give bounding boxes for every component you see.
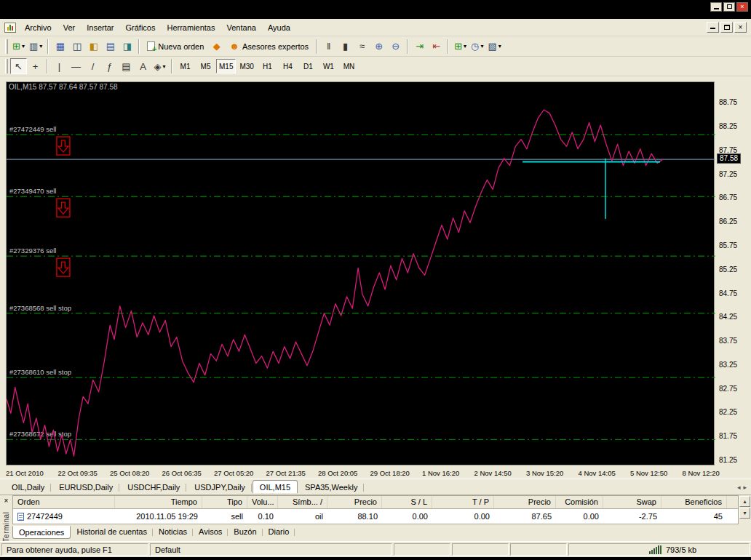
- chart-minimize-button[interactable]: [707, 22, 719, 33]
- price-axis[interactable]: 88.7588.2587.7587.2586.7586.2585.7585.25…: [716, 81, 751, 465]
- order-cell-precio: 88.10: [357, 512, 378, 521]
- zoom-out-button[interactable]: ⊖: [387, 39, 404, 55]
- timeframe-m30[interactable]: M30: [237, 59, 256, 73]
- chart-tab-oil-daily[interactable]: OIL,Daily: [4, 480, 52, 493]
- status-bar: Para obtener ayuda, pulse F1 Default 793…: [0, 541, 751, 557]
- chart-restore-button[interactable]: [720, 22, 733, 33]
- expert-advisors-button[interactable]: ☻ Asesores expertos: [225, 39, 313, 55]
- chart-tab-usdchf-daily[interactable]: USDCHF,Daily: [120, 480, 187, 493]
- periods-button[interactable]: ◷▾: [469, 39, 485, 55]
- fibonacci-tool-button[interactable]: ƒ: [101, 58, 118, 74]
- navigator-icon: ◧: [90, 41, 98, 51]
- text-tool-button[interactable]: A: [135, 58, 151, 74]
- toolbar-separator: [171, 59, 172, 73]
- toolbar-separator: [138, 39, 140, 54]
- column-header-comision[interactable]: Comisión: [556, 496, 603, 508]
- chart-tab-usdjpy-daily[interactable]: USDJPY,Daily: [187, 480, 253, 493]
- fibo-lines-tool-button[interactable]: ▤: [118, 58, 135, 74]
- status-profile[interactable]: Default: [150, 543, 392, 556]
- chevron-down-icon: ▾: [498, 43, 501, 49]
- column-header-swap[interactable]: Swap: [603, 496, 661, 508]
- column-header-orden[interactable]: Orden: [13, 496, 115, 508]
- indicators-button[interactable]: ⊞▾: [452, 39, 469, 55]
- trendline-tool-button[interactable]: /: [84, 58, 101, 74]
- bar-chart-button[interactable]: ‖: [320, 39, 337, 55]
- chart-plot-area[interactable]: #27472449 sell#27349470 sell#27329376 se…: [6, 81, 715, 465]
- menu-herramientas[interactable]: Herramientas: [161, 21, 220, 34]
- app-minimize-button[interactable]: [710, 2, 722, 12]
- column-header-precio[interactable]: Precio: [494, 496, 556, 508]
- column-header-simb[interactable]: Símb... /: [278, 496, 327, 508]
- cursor-tool-button[interactable]: ↖: [10, 58, 27, 74]
- navigator-button[interactable]: ◧: [85, 39, 102, 55]
- strategy-tester-button[interactable]: ◨: [119, 39, 135, 55]
- chart-shift-button[interactable]: ⇤: [428, 39, 445, 55]
- expert-advisors-icon: ☻: [229, 41, 239, 51]
- metaeditor-button[interactable]: ◆: [208, 39, 225, 55]
- app-close-button[interactable]: ×: [736, 2, 748, 12]
- terminal-tab-historial-de-cuentas[interactable]: Historial de cuentas: [71, 526, 153, 537]
- chart-tabs-scroll-right[interactable]: ▸: [743, 484, 747, 491]
- timeframe-m5[interactable]: M5: [196, 59, 215, 73]
- terminal-panel: × Terminal OrdenTiempoTipoVolu...Símb...…: [0, 495, 751, 541]
- periods-icon: ◷: [471, 41, 479, 51]
- price-tick: 83.75: [719, 337, 737, 345]
- column-header-volu[interactable]: Volu...: [247, 496, 278, 508]
- menu-ver[interactable]: Ver: [57, 21, 82, 34]
- crosshair-tool-button[interactable]: +: [27, 58, 44, 74]
- time-tick: 1 Nov 16:20: [422, 469, 459, 477]
- terminal-tab-operaciones[interactable]: Operaciones: [12, 526, 71, 539]
- chart-close-button[interactable]: ×: [734, 22, 747, 33]
- order-cell-tipo: sell: [231, 512, 243, 521]
- timeframe-w1[interactable]: W1: [319, 59, 338, 73]
- timeframe-d1[interactable]: D1: [298, 59, 318, 73]
- menu-graficos[interactable]: Gráficos: [120, 21, 162, 34]
- menu-ventana[interactable]: Ventana: [221, 21, 262, 34]
- terminal-scroll-up-button[interactable]: ▴: [739, 496, 750, 507]
- timeframe-mn[interactable]: MN: [339, 59, 359, 73]
- terminal-tab-avisos[interactable]: Avisos: [193, 526, 228, 537]
- market-watch-button[interactable]: ▦: [52, 39, 68, 55]
- terminal-tab-noticias[interactable]: Noticias: [153, 526, 193, 537]
- data-window-button[interactable]: ◫: [68, 39, 85, 55]
- column-header-s-l[interactable]: S / L: [382, 496, 432, 508]
- order-cell-simb: oil: [315, 512, 323, 521]
- terminal-tab-buzon[interactable]: Buzón: [228, 526, 262, 537]
- column-header-tipo[interactable]: Tipo: [202, 496, 247, 508]
- timeframe-h4[interactable]: H4: [278, 59, 298, 73]
- chart-tabs-scroll-left[interactable]: ◂: [737, 484, 741, 491]
- toolbar-grip: [5, 39, 8, 54]
- line-chart-button[interactable]: ≈: [354, 39, 370, 55]
- profiles-button[interactable]: ▥▾: [27, 39, 44, 55]
- timeframe-m1[interactable]: M1: [175, 59, 195, 73]
- price-tick: 86.75: [719, 193, 737, 201]
- menu-insertar[interactable]: Insertar: [81, 21, 119, 34]
- terminal-button[interactable]: ▤: [102, 39, 119, 55]
- order-row[interactable]: 274724492010.11.05 19:29sell0.10oil88.10…: [13, 509, 738, 522]
- auto-scroll-button[interactable]: ⇥: [411, 39, 428, 55]
- app-restore-button[interactable]: [723, 2, 735, 12]
- column-header-beneficios[interactable]: Beneficios: [661, 496, 727, 508]
- menu-ayuda[interactable]: Ayuda: [262, 21, 296, 34]
- column-header-t-p[interactable]: T / P: [432, 496, 494, 508]
- time-axis[interactable]: 21 Oct 201022 Oct 09:3525 Oct 08:2026 Oc…: [6, 468, 748, 479]
- timeframe-h1[interactable]: H1: [258, 59, 277, 73]
- new-order-button[interactable]: + Nueva orden: [143, 39, 208, 55]
- chart-tab-spa35-weekly[interactable]: SPA35,Weekly: [298, 480, 365, 493]
- vertical-line-tool-button[interactable]: |: [51, 58, 68, 74]
- chart-tab-eurusd-daily[interactable]: EURUSD,Daily: [52, 480, 120, 493]
- zoom-in-button[interactable]: ⊕: [370, 39, 387, 55]
- candlestick-button[interactable]: ▮: [337, 39, 354, 55]
- timeframe-m15[interactable]: M15: [216, 59, 236, 73]
- new-chart-button[interactable]: ⊞▾: [10, 39, 27, 55]
- menu-archivo[interactable]: Archivo: [19, 21, 57, 34]
- terminal-close-button[interactable]: ×: [1, 497, 11, 506]
- terminal-tab-diario[interactable]: Diario: [263, 526, 295, 537]
- horizontal-line-tool-button[interactable]: —: [68, 58, 84, 74]
- terminal-scroll-down-button[interactable]: ▾: [739, 508, 750, 519]
- shapes-tool-button[interactable]: ◈▾: [151, 58, 168, 74]
- chart-tab-oil-m15[interactable]: OIL,M15: [253, 480, 298, 493]
- column-header-precio[interactable]: Precio: [327, 496, 382, 508]
- column-header-tiempo[interactable]: Tiempo: [115, 496, 202, 508]
- templates-button[interactable]: ▧▾: [485, 39, 503, 55]
